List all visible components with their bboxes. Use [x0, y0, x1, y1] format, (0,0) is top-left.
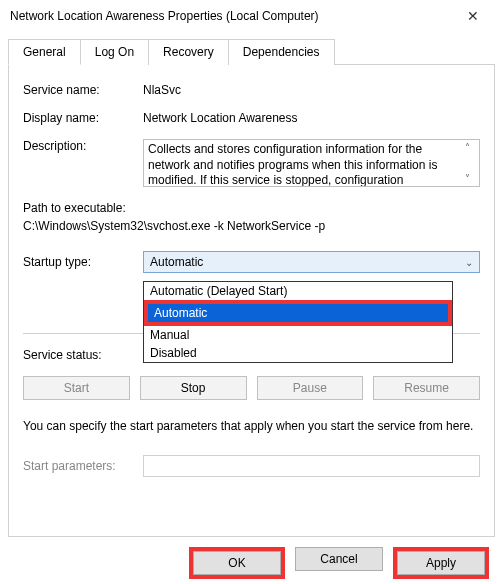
tab-general[interactable]: General: [8, 39, 81, 65]
startup-option-disabled[interactable]: Disabled: [144, 344, 452, 362]
tab-log-on[interactable]: Log On: [80, 39, 149, 65]
apply-button[interactable]: Apply: [397, 551, 485, 575]
label-service-status: Service status:: [23, 348, 143, 362]
tab-strip: General Log On Recovery Dependencies: [8, 38, 495, 65]
label-startup-type: Startup type:: [23, 255, 143, 269]
value-service-name: NlaSvc: [143, 83, 480, 97]
ok-button[interactable]: OK: [193, 551, 281, 575]
chevron-down-icon[interactable]: ˅: [465, 173, 470, 184]
tab-dependencies[interactable]: Dependencies: [228, 39, 335, 65]
startup-type-dropdown[interactable]: Automatic (Delayed Start) Automatic Manu…: [143, 281, 453, 363]
info-text: You can specify the start parameters tha…: [23, 418, 480, 435]
dialog-button-row: OK Cancel Apply: [0, 537, 503, 584]
tab-recovery[interactable]: Recovery: [148, 39, 229, 65]
startup-option-delayed[interactable]: Automatic (Delayed Start): [144, 282, 452, 300]
chevron-down-icon[interactable]: ⌄: [465, 257, 473, 268]
label-description: Description:: [23, 139, 143, 187]
chevron-up-icon[interactable]: ˄: [465, 142, 470, 153]
resume-button: Resume: [373, 376, 480, 400]
label-service-name: Service name:: [23, 83, 143, 97]
stop-button[interactable]: Stop: [140, 376, 247, 400]
label-start-params: Start parameters:: [23, 459, 143, 473]
window-title: Network Location Awareness Properties (L…: [10, 9, 453, 23]
startup-type-value: Automatic: [150, 255, 203, 269]
description-scrollbar[interactable]: ˄ ˅: [459, 142, 475, 184]
startup-type-select[interactable]: Automatic ⌄: [143, 251, 480, 273]
description-box[interactable]: Collects and stores configuration inform…: [143, 139, 480, 187]
pause-button: Pause: [257, 376, 364, 400]
label-path: Path to executable:: [23, 201, 480, 215]
label-display-name: Display name:: [23, 111, 143, 125]
value-path: C:\Windows\System32\svchost.exe -k Netwo…: [23, 219, 480, 233]
close-icon[interactable]: ✕: [453, 8, 493, 24]
startup-option-automatic[interactable]: Automatic: [148, 304, 448, 322]
cancel-button[interactable]: Cancel: [295, 547, 383, 571]
value-description: Collects and stores configuration inform…: [148, 142, 459, 184]
value-display-name: Network Location Awareness: [143, 111, 480, 125]
start-params-input: [143, 455, 480, 477]
start-button: Start: [23, 376, 130, 400]
startup-option-manual[interactable]: Manual: [144, 326, 452, 344]
tab-panel-general: Service name: NlaSvc Display name: Netwo…: [8, 65, 495, 537]
